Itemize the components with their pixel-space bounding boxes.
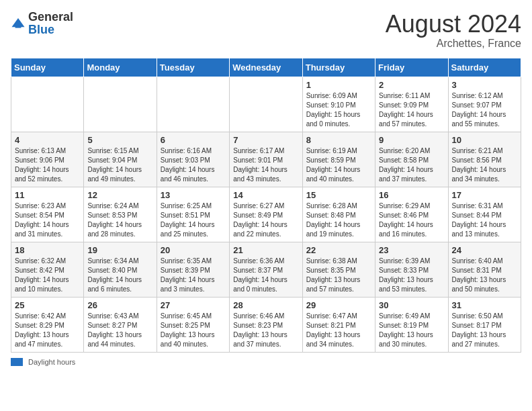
calendar-day-cell: 6Sunrise: 6:16 AM Sunset: 9:03 PM Daylig… <box>157 132 229 187</box>
day-number: 17 <box>452 190 517 200</box>
weekday-header: Sunday <box>11 58 84 77</box>
day-number: 3 <box>452 80 517 90</box>
calendar-header: SundayMondayTuesdayWednesdayThursdayFrid… <box>11 58 521 77</box>
calendar-day-cell: 15Sunrise: 6:28 AM Sunset: 8:48 PM Dayli… <box>302 187 375 242</box>
day-info: Sunrise: 6:24 AM Sunset: 8:53 PM Dayligh… <box>87 201 152 239</box>
day-info: Sunrise: 6:19 AM Sunset: 8:59 PM Dayligh… <box>306 146 371 184</box>
weekday-header: Monday <box>84 58 157 77</box>
generalblue-logo-icon <box>11 16 26 31</box>
day-number: 19 <box>87 245 152 255</box>
day-number: 23 <box>379 245 444 255</box>
day-number: 8 <box>306 135 371 145</box>
day-number: 29 <box>306 300 371 310</box>
day-number: 6 <box>161 135 226 145</box>
day-info: Sunrise: 6:43 AM Sunset: 8:27 PM Dayligh… <box>87 312 152 349</box>
day-number: 9 <box>379 135 444 145</box>
day-info: Sunrise: 6:09 AM Sunset: 9:10 PM Dayligh… <box>306 91 371 129</box>
day-number: 25 <box>15 300 80 310</box>
calendar-day-cell: 29Sunrise: 6:47 AM Sunset: 8:21 PM Dayli… <box>302 297 375 352</box>
day-info: Sunrise: 6:17 AM Sunset: 9:01 PM Dayligh… <box>233 146 298 184</box>
day-info: Sunrise: 6:27 AM Sunset: 8:49 PM Dayligh… <box>233 201 298 239</box>
calendar-day-cell: 30Sunrise: 6:49 AM Sunset: 8:19 PM Dayli… <box>375 297 448 352</box>
day-number: 2 <box>379 80 444 90</box>
header: General Blue August 2024 Archettes, Fran… <box>11 11 521 50</box>
day-number: 12 <box>87 190 152 200</box>
calendar-day-cell: 22Sunrise: 6:38 AM Sunset: 8:35 PM Dayli… <box>302 242 375 297</box>
calendar-day-cell: 8Sunrise: 6:19 AM Sunset: 8:59 PM Daylig… <box>302 132 375 187</box>
logo: General Blue <box>11 11 73 36</box>
day-info: Sunrise: 6:11 AM Sunset: 9:09 PM Dayligh… <box>379 91 444 129</box>
day-number: 20 <box>161 245 226 255</box>
day-number: 11 <box>15 190 80 200</box>
calendar-day-cell: 21Sunrise: 6:36 AM Sunset: 8:37 PM Dayli… <box>230 242 302 297</box>
calendar-day-cell <box>84 77 157 132</box>
logo-blue: Blue <box>28 23 54 36</box>
day-number: 1 <box>306 80 371 90</box>
day-info: Sunrise: 6:34 AM Sunset: 8:40 PM Dayligh… <box>87 257 152 294</box>
calendar-day-cell <box>157 77 229 132</box>
day-number: 15 <box>306 190 371 200</box>
calendar-week-row: 1Sunrise: 6:09 AM Sunset: 9:10 PM Daylig… <box>11 77 521 132</box>
day-info: Sunrise: 6:38 AM Sunset: 8:35 PM Dayligh… <box>306 257 371 294</box>
day-info: Sunrise: 6:29 AM Sunset: 8:46 PM Dayligh… <box>379 201 444 239</box>
day-info: Sunrise: 6:49 AM Sunset: 8:19 PM Dayligh… <box>379 312 444 349</box>
day-info: Sunrise: 6:13 AM Sunset: 9:06 PM Dayligh… <box>15 146 80 184</box>
calendar-day-cell: 27Sunrise: 6:45 AM Sunset: 8:25 PM Dayli… <box>157 297 229 352</box>
day-info: Sunrise: 6:20 AM Sunset: 8:58 PM Dayligh… <box>379 146 444 184</box>
header-row: SundayMondayTuesdayWednesdayThursdayFrid… <box>11 58 521 77</box>
daylight-label: Daylight hours <box>28 358 75 366</box>
svg-rect-1 <box>15 25 21 28</box>
calendar-day-cell: 26Sunrise: 6:43 AM Sunset: 8:27 PM Dayli… <box>84 297 157 352</box>
day-info: Sunrise: 6:45 AM Sunset: 8:25 PM Dayligh… <box>161 312 226 349</box>
calendar-week-row: 11Sunrise: 6:23 AM Sunset: 8:54 PM Dayli… <box>11 187 521 242</box>
calendar-day-cell: 20Sunrise: 6:35 AM Sunset: 8:39 PM Dayli… <box>157 242 229 297</box>
calendar-day-cell: 2Sunrise: 6:11 AM Sunset: 9:09 PM Daylig… <box>375 77 448 132</box>
day-info: Sunrise: 6:28 AM Sunset: 8:48 PM Dayligh… <box>306 201 371 239</box>
calendar-day-cell: 5Sunrise: 6:15 AM Sunset: 9:04 PM Daylig… <box>84 132 157 187</box>
calendar-day-cell: 12Sunrise: 6:24 AM Sunset: 8:53 PM Dayli… <box>84 187 157 242</box>
calendar-day-cell: 17Sunrise: 6:31 AM Sunset: 8:44 PM Dayli… <box>448 187 521 242</box>
day-number: 7 <box>233 135 298 145</box>
calendar-day-cell: 14Sunrise: 6:27 AM Sunset: 8:49 PM Dayli… <box>230 187 302 242</box>
weekday-header: Saturday <box>448 58 521 77</box>
day-info: Sunrise: 6:50 AM Sunset: 8:17 PM Dayligh… <box>452 312 517 349</box>
day-info: Sunrise: 6:36 AM Sunset: 8:37 PM Dayligh… <box>233 257 298 294</box>
calendar-title: August 2024 <box>386 11 521 38</box>
weekday-header: Wednesday <box>230 58 302 77</box>
logo-general: General <box>28 10 73 24</box>
day-number: 10 <box>452 135 517 145</box>
day-info: Sunrise: 6:39 AM Sunset: 8:33 PM Dayligh… <box>379 257 444 294</box>
daylight-bar-icon <box>11 358 23 366</box>
day-info: Sunrise: 6:46 AM Sunset: 8:23 PM Dayligh… <box>233 312 298 349</box>
day-number: 28 <box>233 300 298 310</box>
calendar-week-row: 4Sunrise: 6:13 AM Sunset: 9:06 PM Daylig… <box>11 132 521 187</box>
calendar-day-cell: 19Sunrise: 6:34 AM Sunset: 8:40 PM Dayli… <box>84 242 157 297</box>
day-number: 31 <box>452 300 517 310</box>
day-number: 27 <box>161 300 226 310</box>
day-number: 16 <box>379 190 444 200</box>
calendar-day-cell: 1Sunrise: 6:09 AM Sunset: 9:10 PM Daylig… <box>302 77 375 132</box>
weekday-header: Tuesday <box>157 58 229 77</box>
day-number: 26 <box>87 300 152 310</box>
calendar-day-cell: 28Sunrise: 6:46 AM Sunset: 8:23 PM Dayli… <box>230 297 302 352</box>
day-number: 22 <box>306 245 371 255</box>
day-info: Sunrise: 6:15 AM Sunset: 9:04 PM Dayligh… <box>87 146 152 184</box>
day-info: Sunrise: 6:31 AM Sunset: 8:44 PM Dayligh… <box>452 201 517 239</box>
calendar-day-cell: 11Sunrise: 6:23 AM Sunset: 8:54 PM Dayli… <box>11 187 84 242</box>
calendar-day-cell: 13Sunrise: 6:25 AM Sunset: 8:51 PM Dayli… <box>157 187 229 242</box>
calendar-day-cell: 24Sunrise: 6:40 AM Sunset: 8:31 PM Dayli… <box>448 242 521 297</box>
weekday-header: Friday <box>375 58 448 77</box>
day-number: 24 <box>452 245 517 255</box>
calendar-subtitle: Archettes, France <box>386 38 521 50</box>
day-info: Sunrise: 6:23 AM Sunset: 8:54 PM Dayligh… <box>15 201 80 239</box>
calendar-day-cell: 31Sunrise: 6:50 AM Sunset: 8:17 PM Dayli… <box>448 297 521 352</box>
calendar-day-cell: 7Sunrise: 6:17 AM Sunset: 9:01 PM Daylig… <box>230 132 302 187</box>
day-number: 30 <box>379 300 444 310</box>
logo-text: General Blue <box>28 11 73 36</box>
calendar-table: SundayMondayTuesdayWednesdayThursdayFrid… <box>11 58 521 353</box>
day-number: 18 <box>15 245 80 255</box>
day-info: Sunrise: 6:12 AM Sunset: 9:07 PM Dayligh… <box>452 91 517 129</box>
calendar-day-cell <box>11 77 84 132</box>
day-number: 13 <box>161 190 226 200</box>
calendar-day-cell: 18Sunrise: 6:32 AM Sunset: 8:42 PM Dayli… <box>11 242 84 297</box>
